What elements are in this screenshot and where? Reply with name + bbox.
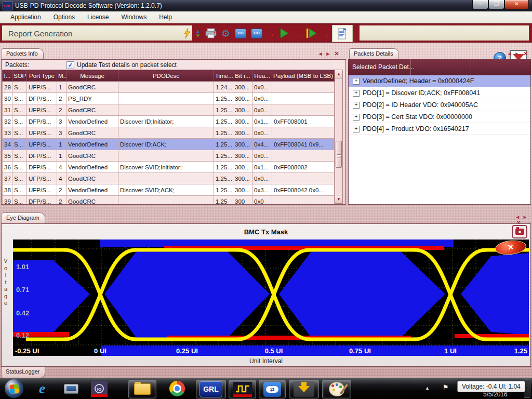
lightning-icon[interactable]	[183, 28, 191, 39]
grl-app-icon[interactable]: GRL	[196, 380, 226, 398]
cell-time: 1.25	[214, 196, 233, 204]
cell-sop: S...	[12, 104, 27, 116]
table-row[interactable]: 30S...DFP/S...2PS_RDY1.25...300...0x0...	[3, 93, 335, 104]
cell-message: VendorDefined	[66, 139, 118, 150]
table-row[interactable]: 33S...UFP/S...3GoodCRC1.25...300...0x0..…	[3, 127, 335, 139]
cell-header: 0x0...	[252, 104, 272, 116]
cell-m: 2	[57, 93, 66, 104]
waveform-app-icon[interactable]	[229, 380, 256, 398]
table-row[interactable]: 35S...DFP/S...1GoodCRC1.25...300...0x0..…	[3, 150, 335, 162]
cell-message: GoodCRC	[66, 173, 118, 184]
minimize-button[interactable]: ─	[472, 0, 488, 9]
table-row[interactable]: 32S...DFP/S...3VendorDefinedDiscover ID;…	[3, 116, 335, 127]
expand-icon[interactable]: +	[353, 90, 360, 97]
col-pdodesc[interactable]: PDODesc	[118, 70, 214, 82]
packets-details-nav-arrows[interactable]: ◂ ▸ ✕	[508, 50, 529, 57]
col-message[interactable]: Message	[66, 70, 118, 82]
cell-message: GoodCRC	[66, 127, 118, 139]
table-row[interactable]: 36S...DFP/S...4VendorDefinedDiscover SVI…	[3, 162, 335, 173]
cell-bitrate: 300...	[233, 82, 252, 93]
io-tool-icon[interactable]: IO	[90, 380, 108, 397]
table-row[interactable]: 34S...UFP/S...1VendorDefinedDiscover ID;…	[3, 139, 335, 150]
col-time[interactable]: Time...	[214, 70, 233, 82]
eye-diagram-chart[interactable]: 1.01 0.71 0.42 0.12 -0.25 UI 0 UI 0.25 U…	[13, 240, 529, 356]
eye-diagram-plot: 1.01 0.71 0.42 0.12 -0.25 UI 0 UI 0.25 U…	[13, 240, 529, 356]
table-row[interactable]: 39S...DFP/S...2GoodCRC1.253000x0	[3, 196, 335, 204]
cell-port: UFP/S...	[27, 82, 57, 93]
packets-label: Packets:	[5, 61, 29, 69]
cell-m: 4	[57, 162, 66, 173]
action-center-flag-icon[interactable]: ⚑	[443, 383, 449, 391]
internet-explorer-icon[interactable]: e	[33, 380, 51, 397]
gear-icon[interactable]: ⚙	[221, 29, 230, 38]
cell-pdodesc	[118, 93, 214, 104]
camera-snapshot-button[interactable]	[512, 225, 527, 238]
col-m[interactable]: M...	[57, 70, 66, 82]
tree-item[interactable]: +PDO[1] = Discover ID;ACK; 0xFF008041	[349, 87, 530, 99]
teamviewer-icon[interactable]: ⇄	[259, 380, 286, 398]
cell-id: 34	[3, 139, 12, 150]
printer-icon[interactable]	[205, 28, 217, 38]
expand-icon[interactable]: +	[353, 78, 360, 85]
table-row[interactable]: 37S...UFP/S...4GoodCRC1.25...300...0x0..…	[3, 173, 335, 184]
col-sop[interactable]: SOP	[12, 70, 27, 82]
file-explorer-icon[interactable]	[128, 380, 156, 398]
scrollbar-thumb[interactable]	[336, 141, 342, 168]
tree-item[interactable]: +PDO[3] = Cert Stat VDO: 0x00000000	[349, 111, 530, 123]
cell-bitrate: 300...	[233, 93, 252, 104]
tray-expand-icon[interactable]: ▲	[425, 385, 430, 391]
packets-info-nav-arrows[interactable]: ◂ ▸ ✕	[319, 50, 340, 57]
report-button[interactable]	[332, 25, 353, 42]
menu-help[interactable]: Help	[153, 12, 178, 22]
table-row[interactable]: 38S...UFP/S...2VendorDefinedDiscover SVI…	[3, 184, 335, 196]
sync-arrows-icon[interactable]: ▲▼	[195, 29, 201, 38]
scroll-down-icon[interactable]: ▼	[335, 195, 342, 203]
chrome-icon[interactable]	[168, 380, 186, 397]
table-row[interactable]: 29S...UFP/S...1GoodCRC1.24...300...0x0..…	[3, 82, 335, 93]
tree-item[interactable]: +PDO[2] = ID Header VDO: 0x940005AC	[349, 99, 530, 111]
tree-item[interactable]: +PDO[4] = Product VDO: 0x16540217	[349, 123, 530, 135]
x-axis-label: Unit Interval	[0, 357, 532, 365]
col-bitrate[interactable]: Bit r...	[233, 70, 252, 82]
start-button[interactable]	[4, 380, 24, 397]
installer-icon[interactable]	[289, 380, 319, 398]
menu-license[interactable]: License	[81, 12, 115, 22]
close-button[interactable]: ✕	[504, 0, 529, 9]
scroll-up-icon[interactable]: ▲	[335, 70, 342, 78]
menu-application[interactable]: Application	[4, 12, 47, 22]
paint-icon[interactable]	[322, 380, 351, 398]
flow-arrow-icon: →	[294, 30, 301, 37]
table-row[interactable]: 31S...UFP/S...2GoodCRC1.25...300...0x0..…	[3, 104, 335, 116]
expand-icon[interactable]: +	[353, 126, 360, 132]
col-id[interactable]: I...	[3, 70, 12, 82]
tab-packets-details[interactable]: Packets Details	[349, 48, 399, 59]
packets-table-scrollbar[interactable]: ▲ ▼	[335, 70, 343, 204]
col-header[interactable]: Hea...	[252, 70, 272, 82]
binary-file-icon[interactable]: 101	[235, 29, 246, 38]
tree-item[interactable]: +VendorDefined; Header = 0x0000424F	[349, 75, 530, 87]
restore-button[interactable]: ❐	[488, 0, 504, 9]
remote-desktop-icon[interactable]	[62, 380, 80, 397]
svg-text:1.25: 1.25	[514, 347, 527, 355]
run-icon[interactable]	[280, 28, 289, 38]
step-run-icon[interactable]	[306, 28, 317, 38]
cell-id: 35	[3, 150, 12, 162]
binary-file-icon-2[interactable]: 101	[251, 29, 262, 38]
cell-bitrate: 300...	[233, 139, 252, 150]
cell-id: 33	[3, 127, 12, 139]
camera-icon	[515, 229, 524, 235]
col-port-type[interactable]: Port Type	[27, 70, 57, 82]
cell-header: 0x0...	[252, 93, 272, 104]
menu-windows[interactable]: Windows	[115, 12, 153, 22]
expand-icon[interactable]: +	[353, 114, 360, 121]
update-test-checkbox[interactable]: ✓	[66, 61, 74, 69]
cell-payload	[272, 127, 335, 139]
tab-status-logger[interactable]: StatusLogger	[1, 367, 45, 378]
packet-details-header[interactable]: Selected Packet Det...	[348, 59, 531, 75]
col-payload[interactable]: Payload (MSB to LSB)	[272, 70, 335, 82]
menu-options[interactable]: Options	[47, 12, 81, 22]
cell-time: 1.25...	[214, 116, 233, 127]
tab-packets-info[interactable]: Packets Info	[2, 48, 44, 59]
tab-eye-diagram[interactable]: Eye Diagram	[2, 212, 45, 223]
expand-icon[interactable]: +	[353, 102, 360, 109]
